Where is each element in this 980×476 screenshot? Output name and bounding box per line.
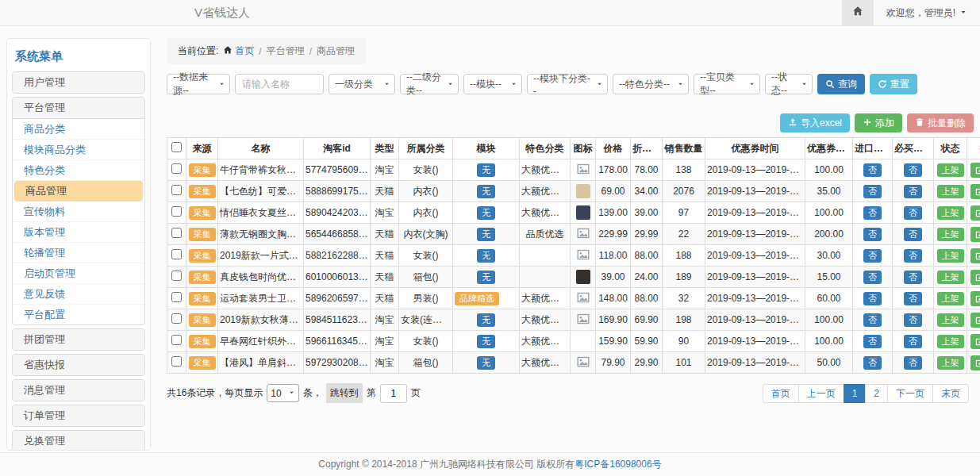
edit-button[interactable] bbox=[970, 291, 980, 306]
must-buy-toggle[interactable]: 否 bbox=[904, 228, 922, 241]
import-select-toggle[interactable]: 否 bbox=[863, 292, 882, 305]
sidebar-item-特色分类[interactable]: 特色分类 bbox=[13, 160, 144, 181]
status-toggle[interactable]: 上架 bbox=[937, 335, 964, 348]
page-size-select[interactable]: 10 bbox=[267, 384, 298, 402]
module-badge[interactable]: 无 bbox=[477, 163, 495, 177]
sidebar-item-轮播管理[interactable]: 轮播管理 bbox=[13, 243, 144, 263]
filter-select-3[interactable]: --二级分类-- bbox=[400, 74, 459, 94]
edit-button[interactable] bbox=[970, 227, 980, 242]
sidebar-group-平台管理[interactable]: 平台管理 bbox=[13, 98, 144, 119]
filter-select-7[interactable]: --宝贝类型-- bbox=[694, 74, 760, 94]
sidebar-item-宣传物料[interactable]: 宣传物料 bbox=[13, 202, 144, 222]
module-badge[interactable]: 无 bbox=[477, 228, 495, 241]
row-checkbox[interactable] bbox=[171, 356, 182, 367]
import-select-toggle[interactable]: 否 bbox=[863, 185, 882, 198]
sidebar-item-商品分类[interactable]: 商品分类 bbox=[13, 119, 144, 140]
page-number-input[interactable] bbox=[380, 384, 407, 403]
must-buy-toggle[interactable]: 否 bbox=[904, 163, 922, 177]
import-select-toggle[interactable]: 否 bbox=[863, 206, 882, 220]
edit-button[interactable] bbox=[970, 270, 980, 285]
sidebar-group-消息管理[interactable]: 消息管理 bbox=[13, 380, 144, 401]
status-toggle[interactable]: 上架 bbox=[937, 271, 964, 284]
status-toggle[interactable]: 上架 bbox=[937, 228, 964, 241]
search-input[interactable] bbox=[235, 74, 324, 94]
must-buy-toggle[interactable]: 否 bbox=[904, 313, 922, 327]
module-badge[interactable]: 无 bbox=[477, 335, 495, 348]
import-select-toggle[interactable]: 否 bbox=[863, 356, 882, 370]
must-buy-toggle[interactable]: 否 bbox=[904, 356, 922, 370]
import-select-toggle[interactable]: 否 bbox=[863, 163, 882, 177]
module-badge[interactable]: 无 bbox=[477, 356, 495, 370]
sidebar-item-模块商品分类[interactable]: 模块商品分类 bbox=[13, 140, 144, 160]
search-button[interactable]: 查询 bbox=[817, 74, 865, 94]
pager-item-首页[interactable]: 首页 bbox=[763, 384, 799, 403]
sidebar-item-版本管理[interactable]: 版本管理 bbox=[13, 222, 144, 243]
import-select-toggle[interactable]: 否 bbox=[863, 249, 882, 263]
batch-delete-button[interactable]: 批量删除 bbox=[907, 113, 974, 132]
import-excel-button[interactable]: 导入excel bbox=[780, 113, 850, 132]
sidebar-item-商品管理[interactable]: 商品管理 bbox=[14, 181, 143, 202]
pager-item-2[interactable]: 2 bbox=[865, 384, 888, 403]
status-toggle[interactable]: 上架 bbox=[937, 249, 964, 263]
edit-button[interactable] bbox=[970, 205, 980, 221]
edit-button[interactable] bbox=[970, 248, 980, 263]
module-badge[interactable]: 无 bbox=[477, 206, 495, 220]
pager-item-下一页[interactable]: 下一页 bbox=[887, 384, 933, 403]
status-toggle[interactable]: 上架 bbox=[937, 163, 964, 177]
filter-select-4[interactable]: --模块-- bbox=[463, 74, 522, 94]
status-toggle[interactable]: 上架 bbox=[937, 185, 964, 198]
sidebar-item-平台配置[interactable]: 平台配置 bbox=[13, 305, 144, 324]
reset-button[interactable]: 重置 bbox=[870, 74, 917, 94]
home-button[interactable] bbox=[842, 0, 874, 25]
row-checkbox[interactable] bbox=[171, 228, 182, 238]
edit-button[interactable] bbox=[970, 184, 980, 199]
filter-select-6[interactable]: --特色分类-- bbox=[613, 74, 689, 94]
module-badge[interactable]: 无 bbox=[477, 271, 495, 284]
select-all-checkbox[interactable] bbox=[171, 142, 182, 152]
breadcrumb-home-link[interactable]: 首页 bbox=[223, 44, 254, 58]
row-checkbox[interactable] bbox=[171, 249, 182, 259]
filter-select-0[interactable]: --数据来源-- bbox=[167, 74, 230, 94]
edit-button[interactable] bbox=[970, 313, 980, 328]
status-toggle[interactable]: 上架 bbox=[937, 313, 964, 327]
icp-link[interactable]: 粤ICP备16098006号 bbox=[575, 458, 661, 471]
module-badge[interactable]: 无 bbox=[477, 249, 495, 263]
module-badge[interactable]: 品牌精选 bbox=[455, 292, 499, 305]
sidebar-item-意见反馈[interactable]: 意见反馈 bbox=[13, 284, 144, 305]
row-checkbox[interactable] bbox=[171, 185, 182, 195]
must-buy-toggle[interactable]: 否 bbox=[904, 271, 922, 284]
edit-button[interactable] bbox=[970, 334, 980, 349]
filter-select-8[interactable]: --状态-- bbox=[765, 74, 813, 94]
status-toggle[interactable]: 上架 bbox=[937, 356, 964, 370]
row-checkbox[interactable] bbox=[171, 335, 182, 345]
module-badge[interactable]: 无 bbox=[477, 313, 495, 327]
must-buy-toggle[interactable]: 否 bbox=[904, 335, 922, 348]
sidebar-group-省惠快报[interactable]: 省惠快报 bbox=[13, 355, 144, 375]
edit-button[interactable] bbox=[970, 163, 980, 178]
import-select-toggle[interactable]: 否 bbox=[863, 228, 882, 241]
sidebar-group-用户管理[interactable]: 用户管理 bbox=[13, 72, 144, 93]
import-select-toggle[interactable]: 否 bbox=[863, 313, 882, 327]
must-buy-toggle[interactable]: 否 bbox=[904, 185, 922, 198]
row-checkbox[interactable] bbox=[171, 271, 182, 281]
module-badge[interactable]: 无 bbox=[477, 185, 495, 198]
sidebar-item-启动页管理[interactable]: 启动页管理 bbox=[13, 263, 144, 284]
pager-item-末页[interactable]: 末页 bbox=[932, 384, 969, 403]
row-checkbox[interactable] bbox=[171, 206, 182, 217]
import-select-toggle[interactable]: 否 bbox=[863, 335, 882, 348]
sidebar-group-订单管理[interactable]: 订单管理 bbox=[13, 405, 144, 426]
row-checkbox[interactable] bbox=[171, 292, 182, 302]
sidebar-group-兑换管理[interactable]: 兑换管理 bbox=[13, 431, 144, 451]
sidebar-group-拼团管理[interactable]: 拼团管理 bbox=[13, 329, 144, 350]
must-buy-toggle[interactable]: 否 bbox=[904, 292, 922, 305]
jump-button[interactable]: 跳转到 bbox=[326, 383, 363, 403]
row-checkbox[interactable] bbox=[171, 163, 182, 174]
filter-select-2[interactable]: 一级分类 bbox=[329, 74, 395, 94]
pager-item-1[interactable]: 1 bbox=[844, 384, 867, 403]
import-select-toggle[interactable]: 否 bbox=[863, 271, 882, 284]
must-buy-toggle[interactable]: 否 bbox=[904, 206, 922, 220]
filter-select-5[interactable]: --模块下分类-- bbox=[527, 74, 608, 94]
user-menu[interactable]: 欢迎您，管理员! bbox=[874, 0, 980, 25]
status-toggle[interactable]: 上架 bbox=[937, 206, 964, 220]
add-button[interactable]: 添加 bbox=[855, 113, 902, 132]
